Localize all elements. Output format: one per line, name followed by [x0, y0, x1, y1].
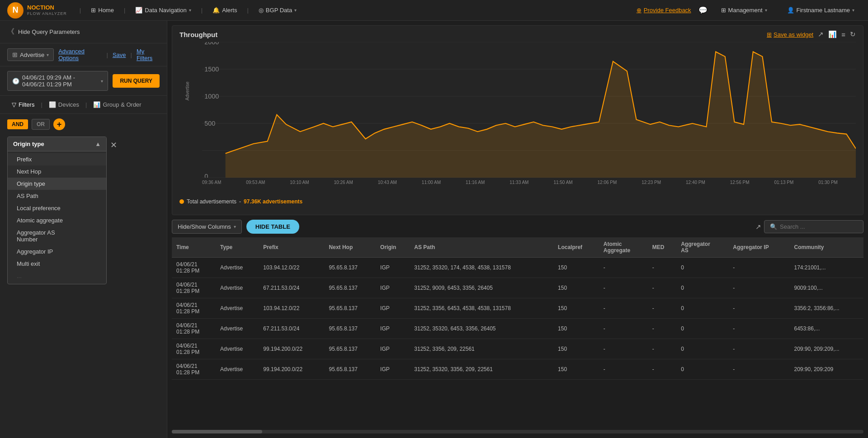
hide-query-parameters-bar[interactable]: 《 Hide Query Parameters [0, 21, 167, 43]
list-item[interactable]: Local preference [8, 202, 106, 214]
or-button[interactable]: OR [32, 119, 50, 130]
table-cell: 67.211.53.0/24 [259, 278, 324, 298]
nav-alerts[interactable]: 🔔 Alerts [206, 0, 243, 21]
col-next-hop: Next Hop [325, 237, 376, 258]
svg-text:1000: 1000 [204, 93, 219, 100]
nav-data-navigation[interactable]: 📈 Data Navigation ▾ [129, 0, 198, 21]
nav-right-area: ⊕ Provide Feedback 💬 ⊞ Management ▾ 👤 Fi… [637, 0, 861, 21]
provide-feedback-link[interactable]: ⊕ Provide Feedback [637, 7, 691, 14]
table-cell: 103.94.12.0/22 [259, 298, 324, 319]
table-cell: Advertise [216, 258, 259, 278]
table-toolbar: Hide/Show Columns ▾ HIDE TABLE ↗ 🔍 [172, 220, 863, 234]
add-filter-button[interactable]: + [53, 118, 65, 130]
logo-text: NOCTION FLOW ANALYZER [27, 4, 67, 16]
table-cell: 3356:2, 3356:86,... [790, 298, 863, 319]
table-cell: 31252, 35320, 6453, 3356, 26405 [410, 319, 553, 339]
close-dropdown-button[interactable]: ✕ [110, 140, 117, 150]
svg-text:500: 500 [204, 120, 215, 127]
chart-legend: Total advertisements - 97.36K advertisem… [179, 198, 856, 205]
bgp-icon: ◎ [259, 7, 264, 14]
table-cell: IGP [376, 339, 410, 359]
chevron-down-icon: ▾ [101, 79, 103, 84]
export-icon[interactable]: ↗ [755, 223, 761, 231]
list-item[interactable]: Aggregator IP [8, 245, 106, 258]
datetime-picker[interactable]: 🕐 04/06/21 09:29 AM - 04/06/21 01:29 PM … [7, 71, 108, 91]
table-row[interactable]: 04/06/2101:28 PMAdvertise99.194.200.0/22… [172, 339, 863, 359]
list-item[interactable]: AS Path [8, 190, 106, 202]
table-cell: 209:90, 209:209 [790, 359, 863, 380]
nav-user[interactable]: 👤 Firstname Lastname ▾ [781, 0, 861, 21]
table-cell: 95.65.8.137 [325, 319, 376, 339]
col-localpref: Localpref [553, 237, 599, 258]
and-button[interactable]: AND [7, 119, 28, 129]
nav-bgp-data[interactable]: ◎ BGP Data ▾ [252, 0, 303, 21]
table-row[interactable]: 04/06/2101:28 PMAdvertise99.194.200.0/22… [172, 359, 863, 380]
my-filters-link[interactable]: My Filters [137, 48, 160, 61]
list-item[interactable]: Next Hop [8, 165, 106, 178]
hide-show-columns-button[interactable]: Hide/Show Columns ▾ [172, 220, 242, 234]
table-cell: 95.65.8.137 [325, 339, 376, 359]
save-link[interactable]: Save [113, 52, 126, 58]
list-item[interactable]: Origin type [8, 178, 106, 190]
main-layout: 《 Hide Query Parameters ⊞ Advertise ▾ Ad… [0, 21, 868, 438]
col-origin: Origin [376, 237, 410, 258]
horizontal-scrollbar[interactable] [172, 430, 863, 433]
table-cell: - [648, 359, 676, 380]
list-item[interactable]: Atomic aggregate [8, 214, 106, 226]
tab-filters[interactable]: ▽ Filters [7, 99, 39, 110]
nav-home[interactable]: ⊞ Home [85, 0, 120, 21]
col-as-path: AS Path [410, 237, 553, 258]
dropdown-header[interactable]: Origin type ▲ [8, 137, 106, 151]
scrollbar-thumb[interactable] [172, 430, 262, 433]
legend-dot [179, 199, 184, 204]
nav-separator: | [247, 7, 248, 14]
list-item[interactable]: Prefix [8, 153, 106, 165]
table-row[interactable]: 04/06/2101:28 PMAdvertise103.94.12.0/229… [172, 298, 863, 319]
list-item[interactable]: Aggregator ASNumber [8, 226, 106, 245]
col-aggregator-as: AggregatorAS [676, 237, 728, 258]
col-prefix: Prefix [259, 237, 324, 258]
run-query-button[interactable]: RUN QUERY [113, 74, 160, 88]
table-row[interactable]: 04/06/2101:28 PMAdvertise67.211.53.0/249… [172, 319, 863, 339]
nav-management[interactable]: ⊞ Management ▾ [715, 0, 774, 21]
table-cell: 04/06/2101:28 PM [172, 359, 216, 380]
table-cell: 31252, 3356, 6453, 4538, 4538, 131578 [410, 298, 553, 319]
comment-icon[interactable]: 💬 [698, 6, 708, 14]
col-med: MED [648, 237, 676, 258]
table-row[interactable]: 04/06/2101:28 PMAdvertise67.211.53.0/249… [172, 278, 863, 298]
advanced-options-link[interactable]: Advanced Options [58, 48, 102, 61]
tab-group-order[interactable]: 📊 Group & Order [89, 99, 146, 110]
table-row[interactable]: 04/06/2101:28 PMAdvertise103.94.12.0/229… [172, 258, 863, 278]
clock-icon: 🕐 [12, 78, 19, 85]
refresh-icon[interactable]: ↻ [850, 30, 856, 38]
svg-marker-11 [226, 52, 856, 178]
nav-separator: | [201, 7, 203, 14]
filter-dropdown-container: Origin type ▲ Prefix Next Hop Origin typ… [0, 135, 167, 292]
table-cell: - [648, 319, 676, 339]
menu-icon[interactable]: ≡ [841, 31, 845, 38]
table-cell: 150 [553, 258, 599, 278]
table-cell: 04/06/2101:28 PM [172, 278, 216, 298]
table-cell: - [648, 278, 676, 298]
chart-area: Advertise 2000 1500 1000 500 0 [179, 42, 856, 196]
table-cell: 31252, 3356, 209, 22561 [410, 339, 553, 359]
left-panel: 《 Hide Query Parameters ⊞ Advertise ▾ Ad… [0, 21, 167, 438]
search-input[interactable] [780, 223, 852, 230]
dropdown-list: Prefix Next Hop Origin type AS Path Loca… [8, 151, 106, 284]
table-cell: 0 [676, 319, 728, 339]
col-time: Time [172, 237, 216, 258]
external-link-icon[interactable]: ↗ [818, 30, 824, 38]
save-as-widget-button[interactable]: ⊞ Save as widget [767, 31, 813, 38]
advertise-dropdown-btn[interactable]: ⊞ Advertise ▾ [7, 48, 54, 61]
table-cell: 99.194.200.0/22 [259, 359, 324, 380]
list-item[interactable]: ... [8, 270, 106, 282]
table-cell: Advertise [216, 339, 259, 359]
datetime-row: 🕐 04/06/21 09:29 AM - 04/06/21 01:29 PM … [0, 66, 167, 96]
tab-devices[interactable]: ⬜ Devices [44, 99, 84, 110]
bar-chart-icon[interactable]: 📊 [828, 30, 837, 38]
table-cell: Advertise [216, 359, 259, 380]
table-cell: 9009:100,... [790, 278, 863, 298]
hide-table-button[interactable]: HIDE TABLE [246, 220, 299, 234]
throughput-chart: 2000 1500 1000 500 0 [202, 42, 856, 178]
list-item[interactable]: Multi exit [8, 258, 106, 270]
